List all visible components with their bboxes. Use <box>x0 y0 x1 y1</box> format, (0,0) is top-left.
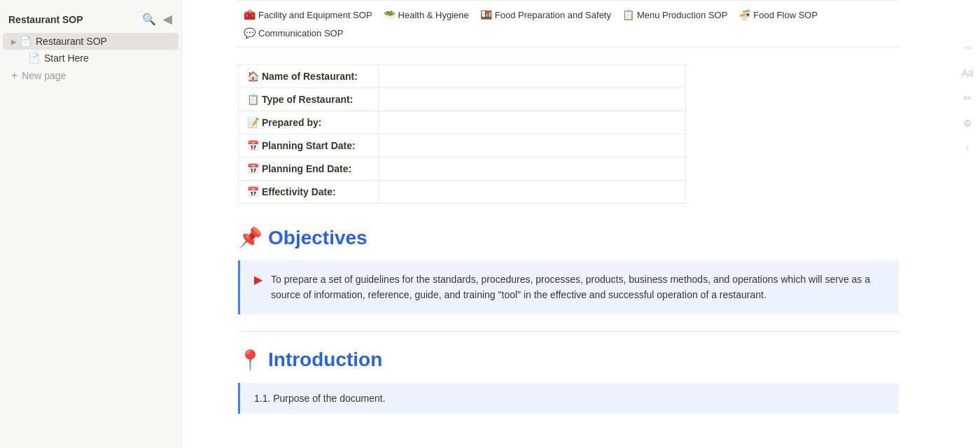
table-cell-label: 📅 Planning Start Date: <box>239 134 379 158</box>
page-icon-start: 📄 <box>28 52 40 64</box>
nav-link-food-prep-label: Food Preparation and Safety <box>495 10 611 20</box>
new-page-label: New page <box>22 70 66 81</box>
table-cell-value[interactable] <box>378 134 685 158</box>
sidebar-label-restaurant-sop: Restaurant SOP <box>36 36 107 47</box>
communication-icon: 💬 <box>244 27 255 38</box>
introduction-heading: 📍 Introduction <box>238 349 899 372</box>
nav-link-health[interactable]: 🥗 Health & Hygiene <box>378 8 475 22</box>
table-row: 📅 Effectivity Date: <box>239 181 686 204</box>
chevron-right-icon: ▶ <box>11 38 17 46</box>
callout-arrow-icon: ▶ <box>254 273 262 286</box>
nav-link-facility[interactable]: 🧰 Facility and Equipment SOP <box>238 8 378 22</box>
sidebar-header-icons: 🔍 ◀ <box>141 11 173 27</box>
food-prep-icon: 🍱 <box>480 9 492 20</box>
introduction-subtext: 1.1. Purpose of the document. <box>254 393 386 404</box>
menu-icon: 📋 <box>622 9 634 20</box>
share-icon[interactable]: ↑ <box>965 143 970 154</box>
table-cell-value[interactable] <box>378 88 685 111</box>
sidebar-sub: 📄 Start Here <box>0 50 181 66</box>
table-row: 📋 Type of Restaurant: <box>239 88 686 111</box>
nav-link-menu-label: Menu Production SOP <box>637 10 727 20</box>
nav-link-communication-label: Communication SOP <box>258 28 343 38</box>
nav-link-food-flow[interactable]: 🍜 Food Flow SOP <box>733 8 823 22</box>
health-icon: 🥗 <box>384 9 396 20</box>
nav-link-facility-label: Facility and Equipment SOP <box>258 10 372 20</box>
section-divider <box>238 331 899 332</box>
table-row: 📅 Planning Start Date: <box>239 134 686 158</box>
page-icon: 📄 <box>20 36 31 47</box>
search-icon[interactable]: 🔍 <box>141 11 158 27</box>
introduction-heading-text: Introduction <box>268 349 382 371</box>
nav-link-health-label: Health & Hygiene <box>398 10 469 20</box>
table-cell-label: 🏠 Name of Restaurant: <box>239 65 379 88</box>
objectives-callout: ▶ To prepare a set of guidelines for the… <box>238 260 899 314</box>
objectives-heading: 📌 Objectives <box>238 226 899 249</box>
font-icon[interactable]: Aa <box>961 67 973 78</box>
table-cell-label: 📝 Prepared by: <box>239 111 379 134</box>
main-content: 🧰 Facility and Equipment SOP 🥗 Health & … <box>182 0 980 448</box>
sidebar-label-start-here: Start Here <box>44 52 89 64</box>
nav-link-menu[interactable]: 📋 Menu Production SOP <box>617 8 733 22</box>
sidebar: Restaurant SOP 🔍 ◀ ▶ 📄 Restaurant SOP 📄 … <box>0 0 182 448</box>
nav-link-food-prep[interactable]: 🍱 Food Preparation and Safety <box>475 8 617 22</box>
table-cell-value[interactable] <box>378 111 685 134</box>
table-row: 📝 Prepared by: <box>239 111 686 134</box>
objectives-heading-text: Objectives <box>268 227 368 249</box>
expand-icon[interactable]: ↔ <box>962 42 972 53</box>
info-table: 🏠 Name of Restaurant:📋 Type of Restauran… <box>238 64 686 204</box>
table-row: 📅 Planning End Date: <box>239 158 686 181</box>
facility-icon: 🧰 <box>244 9 255 20</box>
plus-icon: + <box>11 69 18 82</box>
settings-icon[interactable]: ⚙ <box>963 118 972 129</box>
table-row: 🏠 Name of Restaurant: <box>239 65 686 88</box>
objectives-heading-icon: 📌 <box>238 226 262 249</box>
table-cell-label: 📅 Planning End Date: <box>239 158 379 181</box>
introduction-heading-icon: 📍 <box>238 349 262 372</box>
right-toolbar: ↔ Aa ✏ ⚙ ↑ <box>955 0 980 448</box>
sidebar-item-restaurant-sop[interactable]: ▶ 📄 Restaurant SOP <box>3 33 178 50</box>
sidebar-title: Restaurant SOP <box>8 14 83 25</box>
food-flow-icon: 🍜 <box>738 9 750 20</box>
sidebar-header: Restaurant SOP 🔍 ◀ <box>0 6 181 33</box>
collapse-icon[interactable]: ◀ <box>162 11 173 27</box>
edit-icon[interactable]: ✏ <box>963 92 972 104</box>
table-cell-value[interactable] <box>378 158 685 181</box>
content-area: 🧰 Facility and Equipment SOP 🥗 Health & … <box>182 0 955 448</box>
sidebar-item-start-here[interactable]: 📄 Start Here <box>20 50 178 66</box>
introduction-block: 1.1. Purpose of the document. <box>238 383 899 414</box>
table-cell-label: 📋 Type of Restaurant: <box>239 88 379 111</box>
nav-link-communication[interactable]: 💬 Communication SOP <box>238 26 349 40</box>
objectives-callout-text: To prepare a set of guidelines for the s… <box>271 272 885 303</box>
table-cell-value[interactable] <box>378 65 685 88</box>
nav-link-food-flow-label: Food Flow SOP <box>753 10 818 20</box>
table-cell-label: 📅 Effectivity Date: <box>239 181 379 204</box>
nav-links-row: 🧰 Facility and Equipment SOP 🥗 Health & … <box>238 0 899 48</box>
new-page-button[interactable]: + New page <box>3 66 178 85</box>
table-cell-value[interactable] <box>378 181 685 204</box>
